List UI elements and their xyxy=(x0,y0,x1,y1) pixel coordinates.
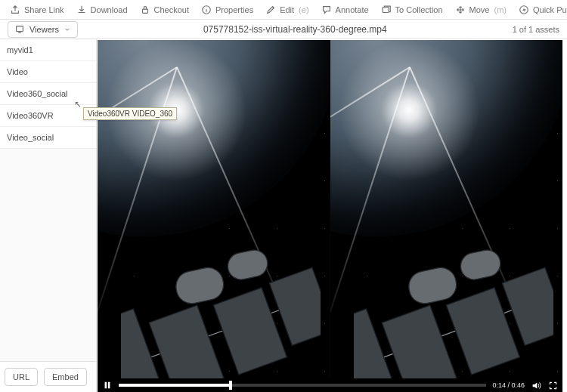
sidebar-item-label: myvid1 xyxy=(7,45,33,54)
svg-rect-2 xyxy=(383,7,389,12)
checkout-label: Checkout xyxy=(154,5,189,14)
svg-rect-22 xyxy=(458,248,503,282)
pencil-icon xyxy=(265,5,276,15)
time-display: 0:14 / 0:46 xyxy=(492,381,525,389)
svg-rect-8 xyxy=(17,26,23,31)
fullscreen-button[interactable] xyxy=(547,380,558,390)
annotate-button[interactable]: Annotate xyxy=(316,2,374,17)
sidebar-item-video-social[interactable]: Video_social xyxy=(0,127,96,149)
share-link-label: Share Link xyxy=(24,5,64,14)
edit-shortcut: (e) xyxy=(299,5,308,14)
viewers-label: Viewers xyxy=(29,25,59,34)
svg-rect-11 xyxy=(149,305,224,378)
quick-publish-label: Quick Publish xyxy=(533,5,567,14)
svg-rect-23 xyxy=(105,382,107,389)
asset-filename: 075778152-iss-virtual-reality-360-degree… xyxy=(78,24,513,35)
svg-rect-14 xyxy=(173,265,226,307)
chevron-down-icon xyxy=(64,26,71,33)
annotate-label: Annotate xyxy=(336,5,369,14)
move-label: Move xyxy=(469,5,490,14)
sidebar-tooltip: Video360VR VIDEO_360 xyxy=(83,107,177,120)
share-icon xyxy=(10,5,20,15)
stereo-left-eye xyxy=(98,40,330,378)
svg-rect-24 xyxy=(108,382,110,389)
download-button[interactable]: Download xyxy=(71,2,133,17)
properties-label: Properties xyxy=(215,5,253,14)
sidebar-item-label: Video_social xyxy=(7,133,54,142)
sidebar-item-video[interactable]: Video xyxy=(0,61,96,83)
share-link-button[interactable]: Share Link xyxy=(5,2,70,17)
svg-rect-0 xyxy=(142,9,147,13)
lock-icon xyxy=(140,5,150,15)
download-icon xyxy=(76,5,87,15)
move-button[interactable]: Move (m) xyxy=(450,2,512,17)
svg-rect-21 xyxy=(406,265,459,307)
volume-button[interactable] xyxy=(531,380,541,390)
url-button[interactable]: URL xyxy=(5,368,38,386)
seek-thumb[interactable] xyxy=(229,381,232,390)
embed-button[interactable]: Embed xyxy=(44,368,87,386)
seek-fill xyxy=(119,384,229,387)
time-total: 0:46 xyxy=(511,381,525,389)
video-viewport[interactable] xyxy=(98,40,562,378)
titlebar: Viewers 075778152-iss-virtual-reality-36… xyxy=(0,20,567,39)
to-collection-button[interactable]: To Collection xyxy=(376,2,448,17)
sidebar-item-video360-social[interactable]: Video360_social xyxy=(0,83,96,105)
stereo-right-eye xyxy=(330,40,562,378)
edit-label: Edit xyxy=(280,5,294,14)
checkout-button[interactable]: Checkout xyxy=(135,2,194,17)
seek-track[interactable] xyxy=(119,384,486,387)
sidebar-item-label: Video xyxy=(7,67,28,76)
comment-icon xyxy=(321,5,332,15)
to-collection-label: To Collection xyxy=(395,5,443,14)
move-shortcut: (m) xyxy=(494,5,507,14)
svg-rect-18 xyxy=(382,305,457,378)
toolbar: Share Link Download Checkout Properties … xyxy=(0,0,567,20)
info-icon xyxy=(201,5,212,15)
properties-button[interactable]: Properties xyxy=(196,2,259,17)
sidebar-item-label: Video360VR xyxy=(7,111,54,120)
viewers-sidebar: myvid1 Video Video360_social Video360VR … xyxy=(0,39,97,392)
bolt-icon xyxy=(519,5,529,15)
video-player: 0:14 / 0:46 xyxy=(97,39,567,392)
download-label: Download xyxy=(91,5,128,14)
edit-button[interactable]: Edit (e) xyxy=(260,2,314,17)
asset-count: 1 of 1 assets xyxy=(513,25,559,34)
quick-publish-button[interactable]: Quick Publish xyxy=(513,2,567,17)
sidebar-item-label: Video360_social xyxy=(7,89,68,98)
sidebar-item-myvid1[interactable]: myvid1 xyxy=(0,39,96,61)
sidebar-item-video360vr[interactable]: Video360VR xyxy=(0,105,96,127)
time-current: 0:14 xyxy=(492,381,506,389)
viewers-icon xyxy=(14,24,25,35)
video-controls: 0:14 / 0:46 xyxy=(98,378,562,392)
move-icon xyxy=(455,5,466,15)
pause-button[interactable] xyxy=(102,380,113,390)
collection-icon xyxy=(381,5,392,15)
viewers-dropdown[interactable]: Viewers xyxy=(8,21,78,38)
svg-rect-15 xyxy=(225,248,270,282)
